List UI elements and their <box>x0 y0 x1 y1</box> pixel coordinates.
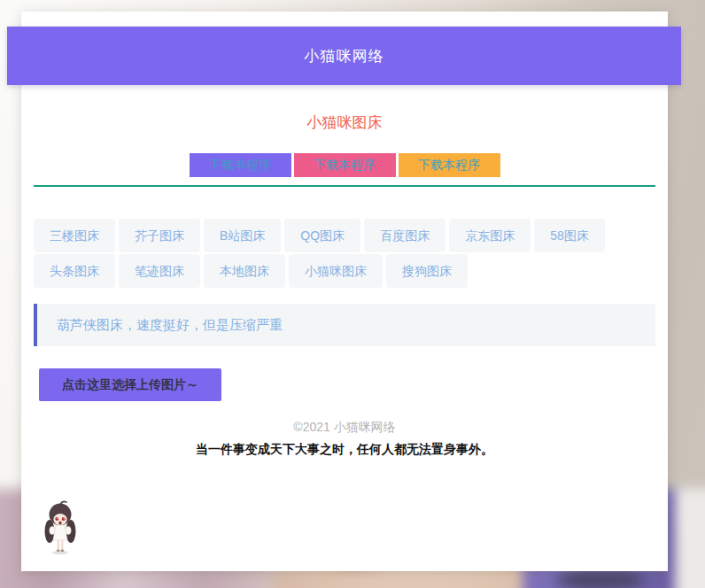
image-host-tab[interactable]: 本地图床 <box>204 254 285 288</box>
image-host-tab[interactable]: 搜狗图床 <box>386 254 468 288</box>
notice-bar: 葫芦侠图床，速度挺好，但是压缩严重 <box>34 304 655 346</box>
upload-image-button[interactable]: 点击这里选择上传图片～ <box>39 368 221 401</box>
download-program-button[interactable]: 下载本程序 <box>190 153 291 177</box>
background-corner-blur <box>675 489 705 588</box>
image-host-tab[interactable]: QQ图床 <box>284 219 360 252</box>
image-host-tab[interactable]: 笔迹图床 <box>119 254 200 288</box>
main-card: 小猫咪网络 小猫咪图床 下载本程序下载本程序下载本程序 三楼图床芥子图床B站图床… <box>21 12 668 571</box>
download-program-button[interactable]: 下载本程序 <box>399 153 500 177</box>
image-host-tab[interactable]: 芥子图床 <box>119 219 200 252</box>
site-header-banner: 小猫咪网络 <box>7 27 681 85</box>
site-title: 小猫咪网络 <box>305 46 384 66</box>
image-host-tab[interactable]: 58图床 <box>534 219 605 252</box>
image-host-tab[interactable]: 京东图床 <box>449 219 531 252</box>
hitokoto-quote: 当一件事变成天下大事之时，任何人都无法置身事外。 <box>21 442 668 458</box>
teal-divider-line <box>34 185 655 187</box>
image-host-tab[interactable]: B站图床 <box>204 219 281 252</box>
image-host-tabs: 三楼图床芥子图床B站图床QQ图床百度图床京东图床58图床头条图床笔迹图床本地图床… <box>34 219 668 290</box>
background-collar-blur <box>556 570 645 588</box>
page: 小猫咪网络 小猫咪图床 下载本程序下载本程序下载本程序 三楼图床芥子图床B站图床… <box>0 0 705 588</box>
image-host-tab[interactable]: 小猫咪图床 <box>289 254 383 288</box>
download-button-row: 下载本程序下载本程序下载本程序 <box>21 153 668 177</box>
download-program-button[interactable]: 下载本程序 <box>294 153 396 177</box>
copyright-text: ©2021 小猫咪网络 <box>21 420 668 436</box>
chibi-girl-mascot-icon <box>43 500 78 555</box>
page-title: 小猫咪图床 <box>21 112 668 133</box>
notice-text: 葫芦侠图床，速度挺好，但是压缩严重 <box>57 317 283 334</box>
image-host-tab[interactable]: 头条图床 <box>34 254 115 288</box>
image-host-tab[interactable]: 百度图床 <box>364 219 445 252</box>
image-host-tab[interactable]: 三楼图床 <box>34 219 115 252</box>
